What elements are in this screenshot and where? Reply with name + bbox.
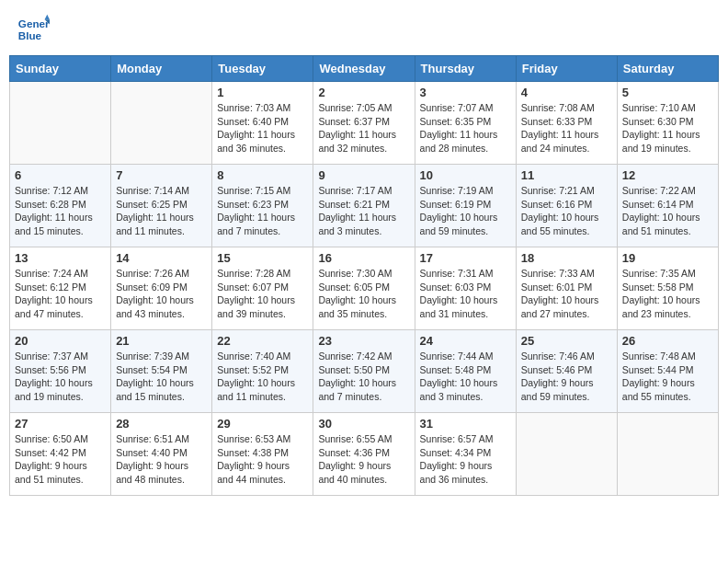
calendar-cell: 21Sunrise: 7:39 AMSunset: 5:54 PMDayligh…: [111, 330, 212, 413]
svg-text:Blue: Blue: [18, 29, 42, 41]
calendar-cell: 3Sunrise: 7:07 AMSunset: 6:35 PMDaylight…: [415, 82, 516, 165]
calendar-cell: 31Sunrise: 6:57 AMSunset: 4:34 PMDayligh…: [415, 413, 516, 496]
calendar-cell: 1Sunrise: 7:03 AMSunset: 6:40 PMDaylight…: [212, 82, 313, 165]
day-number: 8: [217, 168, 308, 182]
calendar-cell: 19Sunrise: 7:35 AMSunset: 5:58 PMDayligh…: [617, 247, 718, 330]
day-number: 5: [622, 86, 713, 99]
calendar-cell: 9Sunrise: 7:17 AMSunset: 6:21 PMDaylight…: [313, 165, 415, 247]
day-info: Sunrise: 7:40 AMSunset: 5:52 PMDaylight:…: [217, 350, 308, 404]
calendar-cell: 25Sunrise: 7:46 AMSunset: 5:46 PMDayligh…: [516, 330, 617, 413]
day-info: Sunrise: 7:03 AMSunset: 6:40 PMDaylight:…: [217, 101, 308, 155]
day-info: Sunrise: 7:48 AMSunset: 5:44 PMDaylight:…: [622, 350, 713, 404]
calendar-cell: 4Sunrise: 7:08 AMSunset: 6:33 PMDaylight…: [516, 82, 617, 165]
day-number: 10: [420, 168, 511, 182]
day-info: Sunrise: 7:17 AMSunset: 6:21 PMDaylight:…: [318, 184, 409, 238]
day-info: Sunrise: 7:30 AMSunset: 6:05 PMDaylight:…: [318, 267, 409, 321]
day-info: Sunrise: 7:26 AMSunset: 6:09 PMDaylight:…: [116, 267, 207, 321]
day-number: 26: [622, 334, 713, 348]
calendar-table: SundayMondayTuesdayWednesdayThursdayFrid…: [9, 55, 719, 496]
calendar-cell: [516, 413, 617, 496]
day-info: Sunrise: 6:50 AMSunset: 4:42 PMDaylight:…: [15, 432, 106, 487]
day-info: Sunrise: 7:42 AMSunset: 5:50 PMDaylight:…: [318, 350, 409, 404]
day-number: 11: [521, 168, 612, 182]
calendar-cell: 12Sunrise: 7:22 AMSunset: 6:14 PMDayligh…: [617, 165, 718, 247]
day-info: Sunrise: 7:37 AMSunset: 5:56 PMDaylight:…: [15, 350, 106, 404]
calendar-cell: 24Sunrise: 7:44 AMSunset: 5:48 PMDayligh…: [415, 330, 516, 413]
day-header-wednesday: Wednesday: [313, 56, 415, 82]
calendar-header: SundayMondayTuesdayWednesdayThursdayFrid…: [10, 56, 719, 82]
day-number: 9: [318, 168, 409, 182]
day-info: Sunrise: 7:22 AMSunset: 6:14 PMDaylight:…: [622, 184, 713, 238]
day-number: 16: [318, 251, 409, 265]
calendar-cell: 20Sunrise: 7:37 AMSunset: 5:56 PMDayligh…: [10, 330, 111, 413]
day-number: 28: [116, 417, 207, 431]
day-number: 1: [217, 86, 308, 99]
day-header-saturday: Saturday: [617, 56, 718, 82]
day-number: 31: [420, 417, 511, 431]
day-info: Sunrise: 7:46 AMSunset: 5:46 PMDaylight:…: [521, 350, 612, 404]
day-header-sunday: Sunday: [10, 56, 111, 82]
day-info: Sunrise: 7:33 AMSunset: 6:01 PMDaylight:…: [521, 267, 612, 321]
day-header-thursday: Thursday: [415, 56, 516, 82]
calendar-cell: 26Sunrise: 7:48 AMSunset: 5:44 PMDayligh…: [617, 330, 718, 413]
day-number: 14: [116, 251, 207, 265]
day-info: Sunrise: 7:10 AMSunset: 6:30 PMDaylight:…: [622, 101, 713, 155]
day-number: 27: [15, 417, 106, 431]
day-number: 12: [622, 168, 713, 182]
calendar-cell: 7Sunrise: 7:14 AMSunset: 6:25 PMDaylight…: [111, 165, 212, 247]
day-number: 19: [622, 251, 713, 265]
day-info: Sunrise: 7:07 AMSunset: 6:35 PMDaylight:…: [420, 101, 511, 155]
calendar-cell: 2Sunrise: 7:05 AMSunset: 6:37 PMDaylight…: [313, 82, 415, 165]
page-header: General Blue: [9, 9, 719, 50]
day-info: Sunrise: 7:24 AMSunset: 6:12 PMDaylight:…: [15, 267, 106, 321]
day-info: Sunrise: 7:44 AMSunset: 5:48 PMDaylight:…: [420, 350, 511, 404]
day-info: Sunrise: 7:39 AMSunset: 5:54 PMDaylight:…: [116, 350, 207, 404]
calendar-cell: 30Sunrise: 6:55 AMSunset: 4:36 PMDayligh…: [313, 413, 415, 496]
calendar-cell: 16Sunrise: 7:30 AMSunset: 6:05 PMDayligh…: [313, 247, 415, 330]
calendar-cell: 17Sunrise: 7:31 AMSunset: 6:03 PMDayligh…: [415, 247, 516, 330]
day-header-friday: Friday: [516, 56, 617, 82]
day-info: Sunrise: 7:05 AMSunset: 6:37 PMDaylight:…: [318, 101, 409, 155]
calendar-cell: [111, 82, 212, 165]
day-number: 3: [420, 86, 511, 99]
day-number: 20: [15, 334, 106, 348]
day-info: Sunrise: 7:28 AMSunset: 6:07 PMDaylight:…: [217, 267, 308, 321]
day-info: Sunrise: 6:51 AMSunset: 4:40 PMDaylight:…: [116, 432, 207, 487]
day-number: 29: [217, 417, 308, 431]
calendar-cell: 10Sunrise: 7:19 AMSunset: 6:19 PMDayligh…: [415, 165, 516, 247]
day-info: Sunrise: 7:19 AMSunset: 6:19 PMDaylight:…: [420, 184, 511, 238]
day-number: 22: [217, 334, 308, 348]
day-info: Sunrise: 7:35 AMSunset: 5:58 PMDaylight:…: [622, 267, 713, 321]
day-number: 6: [15, 168, 106, 182]
calendar-cell: 27Sunrise: 6:50 AMSunset: 4:42 PMDayligh…: [10, 413, 111, 496]
day-number: 13: [15, 251, 106, 265]
calendar-cell: 22Sunrise: 7:40 AMSunset: 5:52 PMDayligh…: [212, 330, 313, 413]
day-info: Sunrise: 7:08 AMSunset: 6:33 PMDaylight:…: [521, 101, 612, 155]
calendar-cell: 8Sunrise: 7:15 AMSunset: 6:23 PMDaylight…: [212, 165, 313, 247]
calendar-cell: 18Sunrise: 7:33 AMSunset: 6:01 PMDayligh…: [516, 247, 617, 330]
day-header-monday: Monday: [111, 56, 212, 82]
calendar-cell: 11Sunrise: 7:21 AMSunset: 6:16 PMDayligh…: [516, 165, 617, 247]
day-info: Sunrise: 7:31 AMSunset: 6:03 PMDaylight:…: [420, 267, 511, 321]
calendar-cell: 14Sunrise: 7:26 AMSunset: 6:09 PMDayligh…: [111, 247, 212, 330]
calendar-cell: 23Sunrise: 7:42 AMSunset: 5:50 PMDayligh…: [313, 330, 415, 413]
calendar-cell: [617, 413, 718, 496]
day-number: 2: [318, 86, 409, 99]
day-info: Sunrise: 7:12 AMSunset: 6:28 PMDaylight:…: [15, 184, 106, 238]
calendar-cell: 13Sunrise: 7:24 AMSunset: 6:12 PMDayligh…: [10, 247, 111, 330]
day-info: Sunrise: 6:53 AMSunset: 4:38 PMDaylight:…: [217, 432, 308, 487]
day-number: 23: [318, 334, 409, 348]
day-number: 30: [318, 417, 409, 431]
calendar-cell: 15Sunrise: 7:28 AMSunset: 6:07 PMDayligh…: [212, 247, 313, 330]
calendar-cell: 5Sunrise: 7:10 AMSunset: 6:30 PMDaylight…: [617, 82, 718, 165]
day-number: 24: [420, 334, 511, 348]
calendar-cell: [10, 82, 111, 165]
day-number: 7: [116, 168, 207, 182]
day-info: Sunrise: 6:55 AMSunset: 4:36 PMDaylight:…: [318, 432, 409, 487]
logo: General Blue: [17, 13, 51, 46]
day-number: 25: [521, 334, 612, 348]
day-info: Sunrise: 7:15 AMSunset: 6:23 PMDaylight:…: [217, 184, 308, 238]
day-number: 4: [521, 86, 612, 99]
calendar-cell: 29Sunrise: 6:53 AMSunset: 4:38 PMDayligh…: [212, 413, 313, 496]
day-header-tuesday: Tuesday: [212, 56, 313, 82]
